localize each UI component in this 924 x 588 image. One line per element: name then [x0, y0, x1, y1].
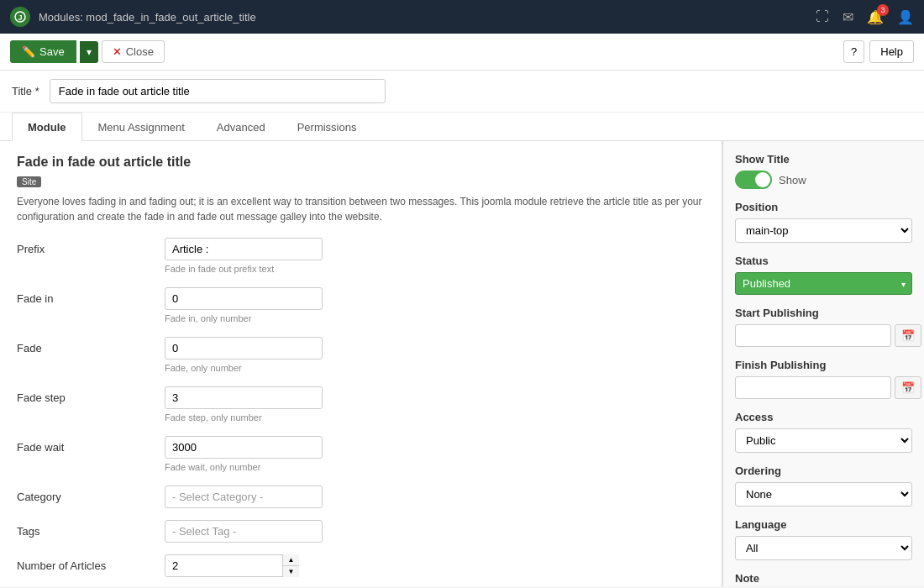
status-label: Status [735, 255, 912, 267]
prefix-label: Prefix [17, 238, 151, 255]
position-label: Position [735, 201, 912, 213]
language-select[interactable]: All English [735, 536, 912, 560]
start-publishing-wrap: 📅 [735, 324, 912, 347]
finish-publishing-input[interactable] [735, 376, 891, 399]
joomla-logo: J [10, 7, 30, 27]
close-icon: ✕ [113, 45, 122, 58]
fade-input[interactable] [165, 337, 323, 360]
help-button[interactable]: Help [869, 40, 914, 63]
question-button[interactable]: ? [843, 40, 864, 63]
position-select[interactable]: main-top main-bottom sidebar-left sideba… [735, 218, 912, 243]
ordering-section: Ordering None 1 2 [735, 465, 912, 507]
fade-wait-hint: Fade wait, only number [165, 462, 705, 472]
save-button[interactable]: ✏️ Save [10, 40, 76, 63]
show-title-toggle-wrap: Show [735, 171, 912, 189]
ordering-select[interactable]: None 1 2 [735, 482, 912, 507]
main-content: Fade in fade out article title Site Ever… [0, 141, 924, 586]
module-description: Everyone loves fading in and fading out;… [17, 194, 705, 224]
field-tags: Tags [17, 520, 705, 546]
fade-label: Fade [17, 337, 151, 354]
number-articles-label: Number of Articles [17, 554, 151, 572]
fade-step-input[interactable] [165, 386, 323, 409]
field-prefix: Prefix Fade in fade out prefix text [17, 238, 705, 279]
field-number-articles: Number of Articles ▲ ▼ [17, 554, 705, 580]
spin-down-button[interactable]: ▼ [283, 566, 299, 577]
fade-step-hint: Fade step, only number [165, 412, 705, 423]
title-row: Title * [0, 71, 924, 113]
access-select[interactable]: Public Registered Special [735, 428, 912, 453]
status-section: Status Published Unpublished Trashed ▾ [735, 255, 912, 295]
fade-wait-label: Fade wait [17, 436, 151, 454]
show-title-toggle[interactable] [735, 171, 772, 189]
tab-advanced[interactable]: Advanced [201, 113, 281, 141]
title-label: Title * [12, 85, 39, 97]
show-title-section: Show Title Show [735, 153, 912, 189]
category-label: Category [17, 486, 151, 503]
access-section: Access Public Registered Special [735, 411, 912, 453]
tab-module[interactable]: Module [12, 113, 82, 141]
show-title-label: Show Title [735, 153, 912, 165]
fade-in-hint: Fade in, only number [165, 313, 705, 323]
left-panel: Fade in fade out article title Site Ever… [0, 141, 722, 586]
spin-up-button[interactable]: ▲ [283, 554, 299, 566]
fade-hint: Fade, only number [165, 363, 705, 373]
save-label: Save [39, 45, 65, 58]
bell-icon[interactable]: 🔔 3 [867, 9, 884, 25]
toolbar: ✏️ Save ▾ ✕ Close ? Help [0, 34, 924, 71]
finish-publishing-section: Finish Publishing 📅 [735, 359, 912, 399]
language-section: Language All English [735, 518, 912, 560]
number-articles-input[interactable] [165, 554, 299, 577]
svg-text:J: J [18, 13, 22, 22]
email-icon[interactable]: ✉ [843, 9, 853, 25]
status-select-wrap: Published Unpublished Trashed ▾ [735, 272, 912, 295]
close-label: Close [126, 45, 154, 58]
page-title: Modules: mod_fade_in_fade_out_article_ti… [39, 11, 256, 24]
site-badge: Site [17, 176, 41, 187]
prefix-hint: Fade in fade out prefix text [165, 264, 705, 274]
user-icon[interactable]: 👤 [897, 9, 914, 25]
ordering-label: Ordering [735, 465, 912, 477]
note-label: Note [735, 572, 912, 585]
field-fade-wait: Fade wait Fade wait, only number [17, 436, 705, 477]
start-publishing-input[interactable] [735, 324, 891, 347]
show-title-toggle-label: Show [779, 174, 806, 186]
tab-permissions[interactable]: Permissions [281, 113, 373, 141]
notification-count: 3 [877, 4, 889, 16]
close-button[interactable]: ✕ Close [102, 40, 165, 63]
finish-publishing-wrap: 📅 [735, 376, 912, 399]
field-fade-step: Fade step Fade step, only number [17, 386, 705, 428]
field-fade-in: Fade in Fade in, only number [17, 287, 705, 328]
fade-in-input[interactable] [165, 287, 323, 310]
toggle-knob [755, 172, 770, 187]
access-label: Access [735, 411, 912, 423]
finish-publishing-calendar-button[interactable]: 📅 [895, 376, 921, 399]
category-input[interactable] [165, 486, 323, 508]
note-section: Note [735, 572, 912, 586]
tab-menu-assignment[interactable]: Menu Assignment [82, 113, 201, 141]
top-bar: J Modules: mod_fade_in_fade_out_article_… [0, 0, 924, 34]
title-input[interactable] [50, 79, 386, 103]
fade-in-label: Fade in [17, 287, 151, 305]
status-select[interactable]: Published Unpublished Trashed [735, 272, 912, 295]
field-category: Category [17, 486, 705, 512]
save-icon: ✏️ [22, 45, 35, 58]
image-icon[interactable]: ⛶ [816, 9, 829, 24]
save-dropdown-button[interactable]: ▾ [80, 41, 98, 63]
number-spin: ▲ ▼ [282, 554, 299, 577]
fade-step-label: Fade step [17, 386, 151, 404]
module-title: Fade in fade out article title [17, 155, 705, 170]
number-articles-wrap: ▲ ▼ [165, 554, 299, 577]
tab-bar: Module Menu Assignment Advanced Permissi… [0, 113, 924, 141]
tags-input[interactable] [165, 520, 323, 543]
prefix-input[interactable] [165, 238, 323, 260]
finish-publishing-label: Finish Publishing [735, 359, 912, 371]
start-publishing-calendar-button[interactable]: 📅 [895, 324, 921, 347]
tags-label: Tags [17, 520, 151, 538]
right-panel: Show Title Show Position main-top main-b… [722, 141, 924, 586]
fade-wait-input[interactable] [165, 436, 323, 459]
field-fade: Fade Fade, only number [17, 337, 705, 378]
start-publishing-label: Start Publishing [735, 307, 912, 319]
start-publishing-section: Start Publishing 📅 [735, 307, 912, 347]
help-label: Help [880, 45, 903, 58]
language-label: Language [735, 518, 912, 531]
